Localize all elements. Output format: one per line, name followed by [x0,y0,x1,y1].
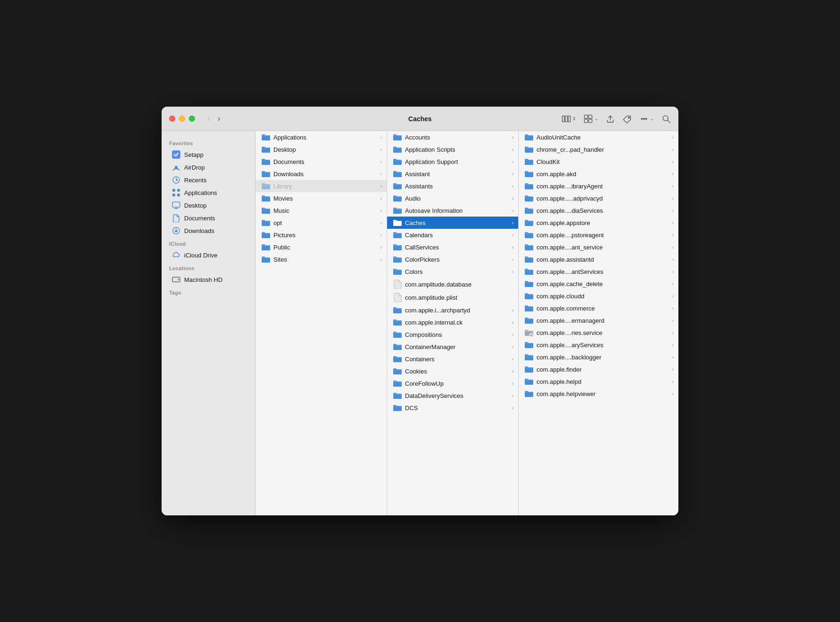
chevron-icon: › [512,257,513,262]
col2-item-assistants[interactable]: Assistants › [387,180,518,192]
col3-item-com-apple-finder[interactable]: com.apple.finder › [519,363,678,375]
col3-item-cloudkit[interactable]: CloudKit › [519,156,678,168]
icloud-label: iCloud [162,237,255,249]
col3-item-com-apple-cloudd[interactable]: com.apple.cloudd › [519,290,678,302]
share-button[interactable] [606,114,615,124]
sidebar-item-documents[interactable]: Documents [164,212,252,224]
item-label: CallServices [405,244,509,251]
col2-item-audio[interactable]: Audio › [387,192,518,204]
col1-item-library[interactable]: Library › [256,180,387,192]
col1-item-downloads[interactable]: Downloads › [256,168,387,180]
col2-item-colorpickers[interactable]: ColorPickers › [387,253,518,265]
col3-item-chrome-pad-handler[interactable]: chrome_cr...pad_handler › [519,143,678,156]
col2-item-assistant[interactable]: Assistant › [387,168,518,180]
col1-item-applications[interactable]: Applications › [256,131,387,143]
tag-button[interactable] [622,114,632,124]
col2-item-colors[interactable]: Colors › [387,265,518,278]
col2-item-corefollowup[interactable]: CoreFollowUp › [387,377,518,389]
col2-item-calendars[interactable]: Calendars › [387,229,518,241]
col2-item-application-support[interactable]: Application Support › [387,156,518,168]
sidebar-item-airdrop[interactable]: AirDrop [164,161,252,173]
col1-item-music[interactable]: Music › [256,204,387,217]
col2-item-application-scripts[interactable]: Application Scripts › [387,143,518,156]
col3-item-com-apple-ibraryagent[interactable]: com.apple....ibraryAgent › [519,180,678,192]
col1-item-public[interactable]: Public › [256,241,387,253]
col3-item-com-apple-helpd[interactable]: com.apple.helpd › [519,375,678,388]
col3-item-com-apple-ant-service[interactable]: com.apple....ant_service › [519,241,678,253]
col2-item-cookies[interactable]: Cookies › [387,365,518,377]
col2-item-accounts[interactable]: Accounts › [387,131,518,143]
fullscreen-button[interactable] [189,116,195,122]
col1-item-desktop[interactable]: Desktop › [256,143,387,156]
col3-item-com-apple-assistantd[interactable]: com.apple.assistantd › [519,253,678,265]
col2-item-containers[interactable]: Containers › [387,353,518,365]
col2-item-com-apple-iarchpartyd[interactable]: com.apple.i...archpartyd › [387,304,518,316]
col2-item-autosave-information[interactable]: Autosave Information › [387,204,518,217]
item-label: DCS [405,404,509,412]
col2-item-com-amplitude-database[interactable]: com.amplitude.database [387,278,518,291]
sidebar-item-desktop[interactable]: Desktop [164,199,252,211]
item-label: CoreFollowUp [405,380,509,387]
sidebar-item-macintosh-hd[interactable]: Macintosh HD [164,273,252,286]
col3-item-com-apple-appstore[interactable]: com.apple.appstore › [519,217,678,229]
search-button[interactable] [661,114,671,124]
sidebar-item-downloads[interactable]: Downloads [164,225,252,237]
folder-icon [393,392,402,399]
chevron-icon: › [512,147,513,152]
sidebar-item-applications[interactable]: Applications [164,187,252,199]
chevron-icon: › [672,367,674,372]
folder-icon [524,329,534,336]
chevron-icon: › [672,342,674,348]
col3-item-com-apple-antservices[interactable]: com.apple....antServices › [519,265,678,278]
file-icon [393,280,402,288]
col3-item-com-apple-cache-delete[interactable]: com.apple.cache_delete › [519,278,678,290]
chevron-icon: › [512,159,513,164]
col2-item-compositions[interactable]: Compositions › [387,328,518,341]
col2-item-datadeliveryservices[interactable]: DataDeliveryServices › [387,389,518,402]
col2-item-caches[interactable]: Caches › [387,217,518,229]
chevron-icon: › [381,171,382,177]
col1-item-opt[interactable]: opt › [256,217,387,229]
content-area: Favorites Setapp [162,131,678,515]
col1-item-documents[interactable]: Documents › [256,156,387,168]
col1-item-movies[interactable]: Movies › [256,192,387,204]
grid-view-button[interactable]: ⌄ [583,114,598,124]
col1-item-sites[interactable]: Sites › [256,253,387,265]
col3-item-com-apple-aryservices[interactable]: com.apple....aryServices › [519,339,678,351]
col2-item-com-apple-internal-ck[interactable]: com.apple.internal.ck › [387,316,518,328]
col2-item-com-amplitude-plist[interactable]: com.amplitude.plist [387,291,518,304]
sidebar-item-setapp[interactable]: Setapp [164,148,252,161]
col3-item-com-apple-akd[interactable]: com.apple.akd › [519,168,678,180]
sidebar-item-icloud-drive[interactable]: iCloud Drive [164,249,252,261]
sidebar-item-recents[interactable]: Recents [164,174,252,186]
col3-item-com-apple-diaservices[interactable]: com.apple....diaServices › [519,204,678,217]
forward-button[interactable]: › [215,113,223,124]
col2-item-callservices[interactable]: CallServices › [387,241,518,253]
column-1: Applications › Desktop › Documents › Dow… [256,131,387,515]
col3-item-com-apple-commerce[interactable]: com.apple.commerce › [519,302,678,314]
nav-buttons: ‹ › [204,113,223,124]
col3-item-com-apple-adprivacyd[interactable]: com.apple.....adprivacyd › [519,192,678,204]
folder-icon [393,343,402,350]
folder-icon [261,243,271,251]
item-label: com.apple.cache_delete [537,280,669,288]
col1-item-pictures[interactable]: Pictures › [256,229,387,241]
col3-item-com-apple-ermanagerd[interactable]: com.apple....ermanagerd › [519,314,678,327]
columns-view-button[interactable]: ⇕ [561,114,576,124]
chevron-icon: › [381,233,382,238]
col3-item-com-apple-backlogger[interactable]: com.apple....backlogger › [519,351,678,363]
back-button[interactable]: ‹ [204,113,213,124]
col2-item-containermanager[interactable]: ContainerManager › [387,341,518,353]
col2-item-dcs[interactable]: DCS › [387,402,518,414]
col3-item-com-apple-pstoreagent[interactable]: com.apple....pstoreagent › [519,229,678,241]
folder-icon [393,380,402,387]
col3-item-com-apple-helpviewer[interactable]: com.apple.helpviewer › [519,388,678,400]
close-button[interactable] [169,116,175,122]
item-label: com.apple....ibraryAgent [537,183,669,190]
col3-item-com-apple-ries-service[interactable]: com.apple....ries.service › [519,327,678,339]
columns-view: Applications › Desktop › Documents › Dow… [256,131,678,515]
col3-item-audiounitcache[interactable]: AudioUnitCache › [519,131,678,143]
chevron-icon: › [381,196,382,201]
more-button[interactable]: ⌄ [639,114,654,124]
minimize-button[interactable] [179,116,185,122]
